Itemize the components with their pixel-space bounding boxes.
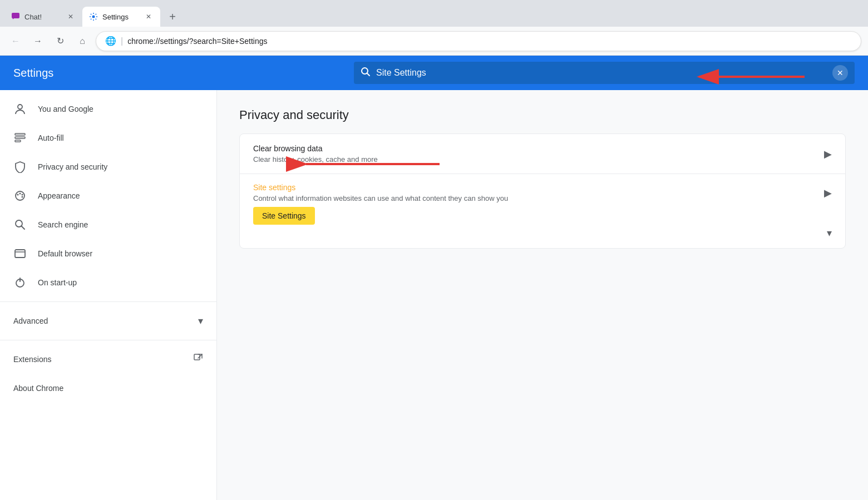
svg-point-13 [22, 194, 23, 196]
omnibox-divider: | [121, 36, 123, 46]
search-clear-button[interactable]: ✕ [832, 65, 848, 81]
external-link-icon [193, 353, 203, 365]
main-content: Privacy and security Clear browsing data… [217, 90, 868, 500]
site-settings-row[interactable]: Site settings Control what information w… [240, 174, 845, 248]
sidebar-item-autofill[interactable]: Auto-fill [0, 123, 216, 152]
red-arrow-search [693, 68, 816, 85]
settings-tab-close[interactable]: ✕ [144, 12, 154, 22]
svg-rect-8 [15, 137, 25, 138]
security-icon: 🌐 [105, 36, 116, 46]
sidebar: You and Google Auto-fill [0, 90, 217, 500]
svg-rect-0 [12, 13, 19, 18]
svg-rect-7 [15, 133, 25, 135]
row-content-site: Site settings Control what information w… [253, 183, 824, 202]
home-button[interactable]: ⌂ [73, 32, 91, 50]
svg-point-1 [92, 16, 95, 18]
omnibox-url: chrome://settings/?search=Site+Settings [127, 37, 852, 46]
svg-rect-17 [15, 250, 25, 258]
autofill-icon [13, 131, 27, 145]
reload-button[interactable]: ↻ [51, 32, 69, 50]
settings-app: Settings [0, 56, 868, 500]
sidebar-divider-1 [0, 301, 216, 302]
clear-browsing-data-desc: Clear history, cookies, cache and more [253, 155, 824, 164]
extensions-label: Extensions [13, 355, 182, 364]
forward-icon: → [33, 36, 42, 46]
address-bar: ← → ↻ ⌂ 🌐 | chrome://settings/?search=Si… [0, 27, 868, 56]
clear-browsing-data-row[interactable]: Clear browsing data Clear history, cooki… [240, 134, 845, 174]
svg-point-6 [18, 105, 22, 109]
browser-icon [13, 247, 27, 260]
sidebar-you-and-google-label: You and Google [38, 105, 93, 113]
svg-rect-9 [15, 140, 21, 142]
sidebar-item-privacy[interactable]: Privacy and security [0, 152, 216, 181]
chat-tab-icon [11, 12, 20, 21]
clear-icon: ✕ [837, 68, 844, 77]
power-icon [13, 276, 27, 289]
palette-icon [13, 189, 27, 202]
settings-body: You and Google Auto-fill [0, 90, 868, 500]
reload-icon: ↻ [57, 36, 64, 46]
sidebar-item-search-engine[interactable]: Search engine [0, 210, 216, 239]
settings-tab[interactable]: Settings ✕ [82, 7, 160, 27]
svg-point-12 [19, 193, 21, 195]
section-title: Privacy and security [239, 108, 846, 122]
site-settings-button[interactable]: Site Settings [253, 207, 315, 225]
settings-title: Settings [13, 67, 53, 80]
sidebar-item-you-and-google[interactable]: You and Google [0, 95, 216, 123]
settings-card: Clear browsing data Clear history, cooki… [239, 133, 846, 249]
sidebar-item-default-browser[interactable]: Default browser [0, 239, 216, 268]
sidebar-search-engine-label: Search engine [38, 220, 88, 229]
sidebar-autofill-label: Auto-fill [38, 133, 64, 142]
chat-tab[interactable]: Chat! ✕ [4, 7, 82, 27]
sidebar-item-about-chrome[interactable]: About Chrome [0, 374, 216, 403]
search-icon-sidebar [13, 218, 27, 231]
sidebar-appearance-label: Appearance [38, 191, 80, 200]
svg-point-11 [17, 194, 19, 196]
sidebar-extensions-item[interactable]: Extensions [0, 345, 216, 374]
sidebar-item-appearance[interactable]: Appearance [0, 181, 216, 210]
sidebar-divider-2 [0, 340, 216, 340]
sidebar-on-startup-label: On start-up [38, 278, 77, 287]
settings-tab-icon [89, 12, 98, 21]
sidebar-item-on-startup[interactable]: On start-up [0, 268, 216, 297]
row-content-clear: Clear browsing data Clear history, cooki… [253, 144, 824, 164]
site-settings-title: Site settings [253, 183, 824, 192]
svg-point-14 [22, 196, 23, 198]
site-settings-desc: Control what information websites can us… [253, 194, 824, 202]
search-icon [361, 67, 371, 80]
svg-line-16 [22, 226, 25, 230]
home-icon: ⌂ [80, 36, 85, 46]
settings-header: Settings [0, 56, 868, 90]
sidebar-default-browser-label: Default browser [38, 249, 92, 258]
sidebar-advanced-section[interactable]: Advanced ▾ [0, 306, 216, 335]
sidebar-about-chrome-label: About Chrome [13, 384, 63, 393]
back-icon: ← [11, 36, 20, 46]
site-settings-arrow-icon: ▶ [824, 187, 832, 199]
advanced-chevron-icon: ▾ [198, 315, 203, 327]
clear-browsing-data-arrow-icon: ▶ [824, 148, 832, 160]
advanced-label: Advanced [13, 316, 191, 325]
settings-tab-label: Settings [102, 13, 139, 21]
clear-browsing-data-title: Clear browsing data [253, 144, 824, 153]
omnibox[interactable]: 🌐 | chrome://settings/?search=Site+Setti… [96, 31, 861, 51]
chat-tab-close[interactable]: ✕ [66, 12, 76, 22]
svg-point-10 [16, 191, 24, 200]
back-button[interactable]: ← [7, 32, 24, 50]
sidebar-privacy-label: Privacy and security [38, 162, 107, 171]
svg-line-3 [367, 73, 370, 76]
tab-bar: Chat! ✕ Settings ✕ + [0, 0, 868, 27]
new-tab-button[interactable]: + [162, 7, 183, 27]
site-settings-chevron-icon: ▾ [827, 227, 832, 239]
search-box: ✕ [354, 62, 855, 84]
person-icon [13, 102, 27, 116]
shield-icon [13, 160, 27, 174]
chat-tab-label: Chat! [24, 13, 61, 21]
forward-button[interactable]: → [29, 32, 47, 50]
